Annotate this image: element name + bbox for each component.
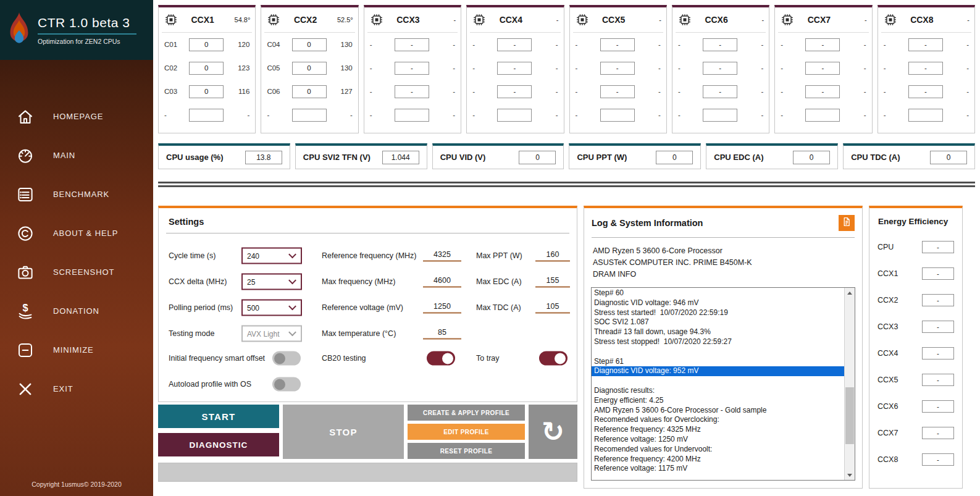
core-value-box: - — [703, 62, 737, 75]
core-label: - — [781, 111, 799, 119]
energy-row-ccx1: CCX1- — [869, 260, 962, 287]
max-edc-field[interactable]: 155 — [535, 276, 570, 288]
reset-profile-button[interactable]: RESET PROFILE — [408, 443, 525, 459]
core-row: -- — [672, 103, 769, 127]
core-rating-value: - — [743, 41, 763, 48]
energy-value-box: - — [922, 347, 954, 359]
sidebar-item-homepage[interactable]: HOMEPAGE — [0, 97, 153, 136]
ccx-panel-header: CCX6- — [672, 7, 769, 32]
energy-value-box: - — [922, 453, 954, 466]
toggle-knob — [274, 379, 285, 390]
ccx-temperature: 52.5° — [330, 16, 353, 23]
app-title: CTR 1.0 beta 3 — [38, 15, 136, 30]
energy-row-label: CCX7 — [877, 429, 922, 437]
toggle-knob — [274, 353, 285, 364]
core-value-box — [703, 109, 737, 122]
core-value-box — [395, 109, 429, 122]
ccx-panel-ccx2: CCX252.5°C040130C050130C060127-- — [261, 5, 358, 133]
diagnostic-button[interactable]: DIAGNOSTIC — [158, 433, 279, 456]
settings-row-1: Cycle time (s) 240 Reference frequency (… — [159, 246, 577, 265]
core-row: -- — [261, 103, 358, 127]
sidebar-item-about-help[interactable]: ABOUT & HELP — [0, 214, 153, 253]
energy-value-box: - — [922, 427, 954, 439]
sidebar-item-minimize[interactable]: MINIMIZE — [0, 330, 153, 369]
max-frequency-field[interactable]: 4600 — [423, 276, 461, 288]
log-line: Reference voltage: 1250 mV — [592, 435, 844, 445]
autoload-profile-toggle[interactable] — [272, 377, 301, 392]
energy-row-label: CCX4 — [877, 349, 922, 358]
reference-voltage-field[interactable]: 1250 — [423, 302, 461, 314]
cb20-testing-toggle[interactable] — [427, 351, 455, 366]
core-rating-value: - — [949, 88, 969, 95]
sensor-label: CPU VID (V) — [440, 153, 519, 162]
max-tdc-field[interactable]: 105 — [535, 302, 570, 314]
main-area: CCX154.8°C010120C020123C030116--CCX252.5… — [153, 0, 980, 496]
smart-offset-toggle[interactable] — [272, 351, 301, 366]
cycle-time-dropdown[interactable]: 240 — [241, 248, 302, 264]
core-row: --- — [672, 80, 769, 103]
log-output[interactable]: Step# 60Diagnostic VID voltage: 946 mVSt… — [591, 287, 855, 481]
copyright-text: Copyright 1usmus© 2019-2020 — [0, 481, 153, 488]
toggle-knob — [442, 353, 453, 364]
scrollbar-down-button[interactable] — [845, 470, 855, 480]
log-line: Recomended values for Overclocking: — [592, 415, 844, 425]
core-label: - — [884, 88, 902, 95]
chevron-down-icon — [288, 277, 296, 285]
ccx-title: CCX6 — [692, 15, 740, 25]
start-button[interactable]: START — [158, 405, 279, 428]
max-ppt-field[interactable]: 160 — [535, 250, 570, 262]
refresh-button[interactable]: ↻ — [529, 405, 577, 459]
sensor-cpu-ppt-w: CPU PPT (W)0 — [569, 143, 701, 169]
ccx-delta-dropdown[interactable]: 25 — [241, 274, 302, 290]
section-divider — [158, 182, 975, 187]
energy-row-cpu: CPU- — [869, 233, 962, 260]
energy-value-box: - — [922, 374, 954, 386]
create-apply-profile-button[interactable]: CREATE & APPLY PROFILE — [408, 405, 525, 421]
refresh-icon: ↻ — [542, 416, 564, 447]
stop-button[interactable]: STOP — [283, 405, 404, 459]
max-edc-label: Max EDC (A) — [476, 277, 522, 286]
donation-icon: $ — [16, 302, 37, 321]
sensor-value-box: 1.044 — [382, 151, 419, 164]
to-tray-toggle[interactable] — [539, 351, 567, 366]
sidebar-item-exit[interactable]: EXIT — [0, 369, 153, 408]
log-lines: Step# 60Diagnostic VID voltage: 946 mVSt… — [592, 288, 844, 474]
sidebar-item-benchmark[interactable]: BENCHMARK — [0, 175, 153, 214]
log-header: Log & System Information — [584, 208, 862, 231]
edit-profile-button[interactable]: EDIT PROFILE — [408, 424, 525, 440]
max-temperature-field[interactable]: 85 — [423, 328, 461, 340]
reference-frequency-field[interactable]: 4325 — [423, 250, 461, 262]
core-label: C02 — [164, 64, 183, 72]
core-value-box — [600, 109, 635, 122]
testing-mode-dropdown[interactable]: AVX Light — [241, 326, 302, 342]
log-line — [592, 376, 844, 386]
sidebar-item-main[interactable]: MAIN — [0, 136, 153, 175]
ccx-temperature: - — [638, 16, 661, 23]
core-row: C050130 — [261, 56, 358, 80]
core-label: C05 — [267, 64, 285, 72]
log-export-button[interactable] — [839, 215, 855, 231]
content-row: Settings Cycle time (s) 240 Reference fr… — [158, 206, 975, 489]
core-value-box — [497, 109, 532, 122]
copyright-icon — [16, 224, 37, 243]
start-diagnostic-column: START DIAGNOSTIC — [158, 405, 279, 459]
scrollbar-up-button[interactable] — [845, 288, 855, 298]
log-line: SOC SVI2 1.087 — [592, 317, 844, 327]
sidebar-item-screenshot[interactable]: SCREENSHOT — [0, 253, 153, 292]
ccx-temperature: - — [432, 16, 456, 23]
sidebar-item-label: SCREENSHOT — [53, 267, 114, 277]
sidebar-item-donation[interactable]: $DONATION — [0, 292, 153, 330]
core-label: C01 — [164, 41, 183, 48]
scrollbar-track[interactable] — [845, 298, 855, 470]
energy-row-ccx3: CCX3- — [869, 313, 962, 340]
sidebar-item-label: MINIMIZE — [53, 345, 94, 355]
sidebar-item-label: MAIN — [53, 151, 75, 160]
max-ppt-label: Max PPT (W) — [476, 251, 522, 260]
log-scrollbar[interactable] — [844, 288, 855, 480]
polling-period-dropdown[interactable]: 500 — [241, 300, 302, 316]
sensor-label: CPU EDC (A) — [714, 153, 793, 162]
log-line: Step# 60 — [592, 288, 844, 298]
energy-row-ccx6: CCX6- — [869, 393, 962, 419]
cpu-chip-icon — [677, 12, 692, 27]
scrollbar-thumb[interactable] — [845, 387, 854, 444]
